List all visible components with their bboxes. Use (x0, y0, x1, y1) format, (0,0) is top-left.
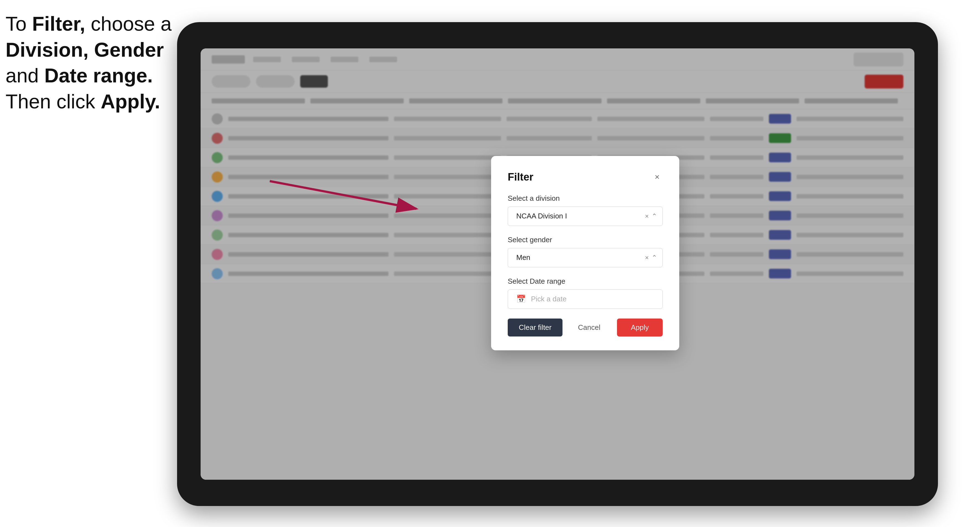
cancel-button[interactable]: Cancel (567, 319, 611, 337)
division-select-icons: × ⌃ (645, 212, 657, 220)
instruction-text: To Filter, choose a Division, Gender and… (6, 11, 172, 114)
clear-gender-icon[interactable]: × (645, 254, 649, 262)
tablet-screen: Filter × Select a division NCAA Division… (200, 48, 915, 480)
modal-header: Filter × (508, 171, 663, 183)
modal-overlay: Filter × Select a division NCAA Division… (200, 48, 915, 480)
instruction-apply-bold: Apply. (101, 90, 160, 113)
calendar-icon: 📅 (516, 294, 526, 303)
date-input[interactable]: 📅 Pick a date (508, 289, 663, 309)
gender-select-icons: × ⌃ (645, 254, 657, 262)
instruction-division-bold: Division, Gender (6, 39, 164, 61)
modal-title: Filter (508, 171, 533, 183)
date-form-group: Select Date range 📅 Pick a date (508, 277, 663, 309)
modal-close-button[interactable]: × (652, 171, 663, 183)
division-select[interactable]: NCAA Division I (508, 206, 663, 226)
instruction-date-bold: Date range. (44, 64, 153, 87)
gender-value: Men (516, 253, 530, 262)
tablet-frame: Filter × Select a division NCAA Division… (177, 22, 938, 506)
division-value: NCAA Division I (516, 212, 567, 221)
gender-label: Select gender (508, 236, 663, 244)
gender-form-group: Select gender Men × ⌃ (508, 236, 663, 267)
gender-select-wrapper: Men × ⌃ (508, 248, 663, 267)
clear-filter-button[interactable]: Clear filter (508, 319, 563, 337)
division-select-wrapper: NCAA Division I × ⌃ (508, 206, 663, 226)
gender-select[interactable]: Men (508, 248, 663, 267)
division-label: Select a division (508, 194, 663, 203)
chevron-icon: ⌃ (652, 212, 657, 220)
date-label: Select Date range (508, 277, 663, 286)
clear-icon[interactable]: × (645, 212, 649, 220)
instruction-filter-bold: Filter, (32, 13, 85, 35)
filter-modal: Filter × Select a division NCAA Division… (491, 156, 679, 350)
apply-button[interactable]: Apply (617, 319, 663, 337)
division-form-group: Select a division NCAA Division I × ⌃ (508, 194, 663, 226)
chevron-gender-icon: ⌃ (652, 254, 657, 262)
date-placeholder: Pick a date (531, 295, 566, 303)
modal-footer: Clear filter Cancel Apply (508, 319, 663, 337)
